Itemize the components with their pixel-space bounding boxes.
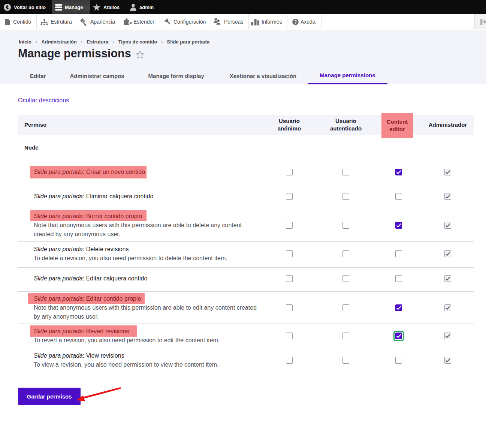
svg-text:?: ? xyxy=(294,19,297,25)
